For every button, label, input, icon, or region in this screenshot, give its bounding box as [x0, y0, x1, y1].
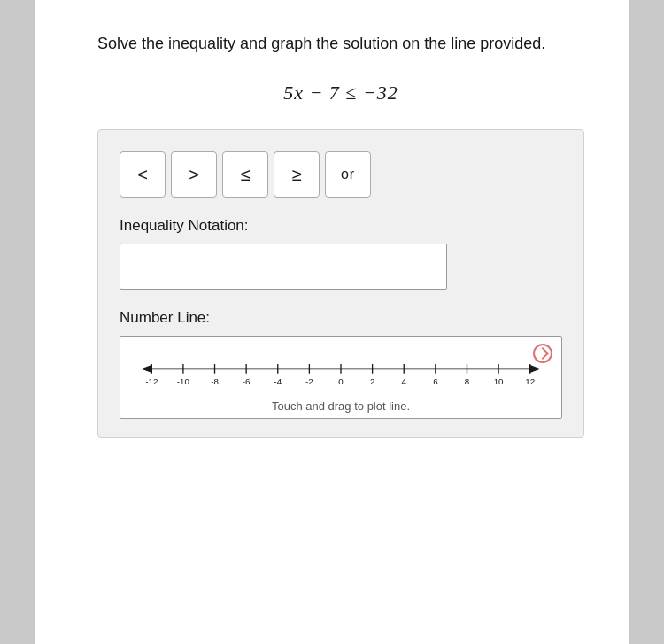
equation-display: 5x − 7 ≤ −32 [283, 81, 398, 104]
problem-title: Solve the inequality and graph the solut… [97, 32, 584, 55]
number-line-box: -12-10-8-6-4-2024681012 Touch and drag t… [120, 336, 562, 419]
svg-text:-8: -8 [211, 376, 219, 386]
notation-section: Inequality Notation: [120, 217, 562, 290]
equation-area: 5x − 7 ≤ −32 [97, 81, 584, 105]
notation-label: Inequality Notation: [120, 217, 562, 235]
symbol-buttons: <>≤≥or [120, 151, 562, 198]
svg-text:0: 0 [338, 376, 344, 386]
symbol-button-lte[interactable]: ≤ [222, 151, 268, 198]
page: Solve the inequality and graph the solut… [35, 0, 629, 644]
svg-text:-4: -4 [274, 376, 282, 386]
svg-text:8: 8 [465, 376, 469, 386]
notation-input[interactable] [120, 244, 447, 290]
number-line-svg[interactable]: -12-10-8-6-4-2024681012 [133, 347, 549, 396]
svg-text:-6: -6 [243, 376, 251, 386]
svg-text:10: 10 [494, 376, 504, 386]
number-line-section: Number Line: [120, 309, 562, 419]
work-panel: <>≤≥or Inequality Notation: Number Line: [97, 129, 584, 438]
symbol-button-gt[interactable]: > [171, 151, 217, 198]
svg-text:-2: -2 [305, 376, 313, 386]
svg-text:2: 2 [370, 376, 374, 386]
symbol-button-or[interactable]: or [325, 151, 371, 198]
svg-text:-12: -12 [145, 376, 158, 386]
drag-hint: Touch and drag to plot line. [133, 400, 549, 413]
reset-icon[interactable] [533, 344, 552, 363]
symbol-button-gte[interactable]: ≥ [274, 151, 320, 198]
svg-text:-10: -10 [177, 376, 190, 386]
svg-text:12: 12 [525, 376, 535, 386]
number-line-label: Number Line: [120, 309, 562, 327]
symbol-button-lt[interactable]: < [120, 151, 166, 198]
svg-text:4: 4 [402, 376, 407, 386]
svg-text:6: 6 [433, 376, 437, 386]
